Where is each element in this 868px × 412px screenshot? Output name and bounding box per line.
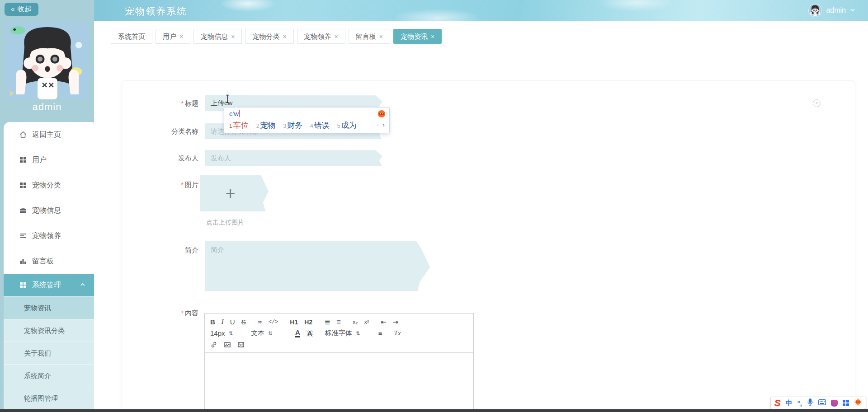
font-size-select[interactable]: 14px ⇅ <box>210 329 239 337</box>
ime-next-page-icon[interactable]: › <box>382 121 385 128</box>
tab-pet-category[interactable]: 宠物分类× <box>245 29 293 44</box>
updown-icon: ⇅ <box>356 330 360 337</box>
briefcase-icon <box>19 206 28 215</box>
submenu-item-system-intro[interactable]: 系统简介 <box>4 364 94 387</box>
heading1-button[interactable]: H1 <box>290 319 298 325</box>
ime-prev-page-icon[interactable]: ‹ <box>377 121 379 128</box>
text-color-button[interactable]: A <box>295 329 300 337</box>
submenu-item-pet-news-category[interactable]: 宠物资讯分类 <box>4 319 94 342</box>
ime-candidate-popup: c'w 1车位 2宠物 3财务 4错误 5成为 ‹› <box>224 107 390 133</box>
intro-textarea[interactable]: 简介 <box>205 241 430 291</box>
tab-pet-adoption[interactable]: 宠物领养× <box>297 29 345 44</box>
sidebar-item-system-management[interactable]: 系统管理 <box>4 274 94 296</box>
heading2-button[interactable]: H2 <box>304 319 312 325</box>
ime-candidate[interactable]: 4错误 <box>310 120 330 131</box>
sidebar-item-pet-adoption[interactable]: 宠物领养 <box>4 223 94 248</box>
underline-button[interactable]: U <box>230 318 235 325</box>
close-icon[interactable]: × <box>335 33 338 40</box>
outdent-button[interactable]: ⇤ <box>381 318 387 325</box>
sidebar-item-label: 宠物领养 <box>32 231 61 241</box>
code-button[interactable]: </> <box>269 319 278 325</box>
ordered-list-button[interactable]: ≣ <box>324 318 330 326</box>
image-button[interactable] <box>224 341 231 348</box>
list-icon <box>19 231 28 240</box>
page-title: 宠物领养系统 <box>125 5 187 18</box>
ime-candidate[interactable]: 2宠物 <box>256 120 276 131</box>
tab-system-home[interactable]: 系统首页 <box>111 29 152 44</box>
close-icon[interactable]: × <box>231 33 235 40</box>
publisher-input[interactable] <box>205 150 382 166</box>
sidebar-item-label: 宠物分类 <box>32 181 61 190</box>
superscript-button[interactable]: x² <box>364 319 369 325</box>
close-icon[interactable]: × <box>379 33 383 40</box>
strikethrough-button[interactable]: S <box>241 318 246 325</box>
sidebar-item-users[interactable]: 用户 <box>4 147 94 173</box>
text-style-select[interactable]: 文本 ⇅ <box>251 329 283 337</box>
tab-bar: 系统首页 用户× 宠物信息× 宠物分类× 宠物领养× 留言板× 宠物资讯× <box>111 29 442 44</box>
ime-candidates: 1车位 2宠物 3财务 4错误 5成为 <box>229 120 364 131</box>
title-label: *标题 <box>122 99 198 108</box>
submenu-item-about-us[interactable]: 关于我们 <box>4 342 94 364</box>
blockquote-button[interactable]: ” <box>258 322 262 326</box>
tab-pet-info[interactable]: 宠物信息× <box>193 29 242 44</box>
ime-pager: ‹› <box>377 121 385 128</box>
tab-message-board[interactable]: 留言板× <box>349 29 390 44</box>
updown-icon: ⇅ <box>229 330 233 337</box>
align-button[interactable]: ≡ <box>378 330 382 337</box>
sogou-popup-logo-icon <box>377 110 386 118</box>
upload-hint: 点击上传图片 <box>206 219 244 227</box>
ime-composition: c'w <box>229 110 240 117</box>
sogou-ime-toolbar: S 中 °, <box>770 397 866 409</box>
background-color-button[interactable]: A <box>307 330 313 337</box>
sidebar-item-label: 宠物信息 <box>32 206 61 215</box>
font-family-select[interactable]: 标准字体 ⇅ <box>325 329 367 337</box>
collapse-sidebar-button[interactable]: « 收起 <box>5 3 38 16</box>
submenu-item-pet-news[interactable]: 宠物资讯 <box>4 296 94 319</box>
sidebar-item-label: 用户 <box>32 155 47 165</box>
sidebar-item-label: 留言板 <box>32 257 54 266</box>
user-menu[interactable]: admin <box>808 4 855 17</box>
keyboard-icon[interactable] <box>818 399 826 407</box>
submenu-item-carousel-management[interactable]: 轮播图管理 <box>4 387 94 409</box>
punctuation-icon[interactable]: °, <box>797 399 802 407</box>
ime-candidate[interactable]: 3财务 <box>283 120 302 131</box>
sogou-emoji-icon[interactable] <box>854 398 862 408</box>
sogou-logo-icon[interactable]: S <box>774 398 781 408</box>
tab-pet-news[interactable]: 宠物资讯× <box>393 29 442 44</box>
tab-users[interactable]: 用户× <box>156 29 190 44</box>
plus-icon: + <box>225 184 235 203</box>
content-label: *内容 <box>122 309 198 318</box>
chinese-mode-icon[interactable]: 中 <box>786 399 793 407</box>
sidebar-item-pet-info[interactable]: 宠物信息 <box>4 198 94 223</box>
user-avatar <box>808 4 822 17</box>
close-icon[interactable]: × <box>431 33 434 40</box>
close-icon[interactable]: × <box>283 33 286 40</box>
image-upload[interactable]: + <box>200 175 269 211</box>
sidebar-item-pet-category[interactable]: 宠物分类 <box>4 173 94 198</box>
ime-candidate[interactable]: 5成为 <box>337 120 357 131</box>
sidebar-submenu: 宠物资讯 宠物资讯分类 关于我们 系统简介 轮播图管理 <box>4 296 94 409</box>
skin-icon[interactable] <box>831 400 838 407</box>
category-label: 分类名称 <box>122 127 198 136</box>
text-caret <box>233 99 233 107</box>
subscript-button[interactable]: x₂ <box>353 319 358 325</box>
close-icon[interactable]: × <box>179 33 183 40</box>
bullet-list-button[interactable]: ≡ <box>337 318 341 326</box>
sidebar: « 收起 <box>0 0 94 412</box>
editor-content-area[interactable] <box>205 353 473 412</box>
bold-button[interactable]: B <box>210 318 215 325</box>
sidebar-item-home[interactable]: 返回主页 <box>4 122 94 147</box>
sidebar-menu: 返回主页 用户 宠物分类 宠物信息 宠物领养 <box>4 122 94 412</box>
sidebar-item-label: 返回主页 <box>32 130 61 140</box>
microphone-icon[interactable] <box>807 398 813 407</box>
ime-candidate[interactable]: 1车位 <box>229 120 249 131</box>
indent-button[interactable]: ⇥ <box>393 318 399 325</box>
video-button[interactable] <box>237 341 245 348</box>
publisher-label: 发布人 <box>122 154 198 163</box>
sidebar-item-message-board[interactable]: 留言板 <box>4 248 94 274</box>
clear-input-icon[interactable]: × <box>813 99 821 107</box>
italic-button[interactable]: I <box>222 318 224 325</box>
clean-format-button[interactable]: Tx <box>394 330 401 337</box>
toolbox-icon[interactable] <box>843 400 849 406</box>
link-button[interactable] <box>210 341 217 348</box>
